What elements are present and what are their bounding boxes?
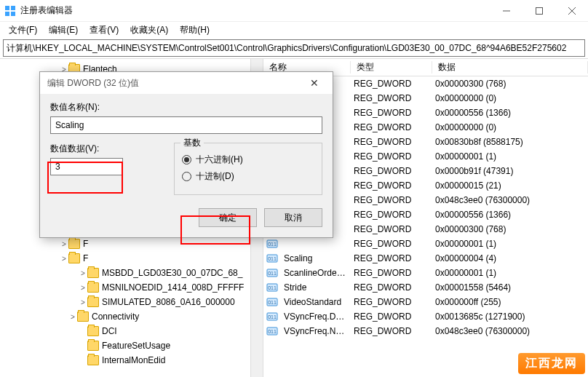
folder-icon xyxy=(68,239,80,249)
list-row[interactable]: 011StrideREG_DWORD0x00001558 (5464) xyxy=(263,280,588,295)
tree-twisty-icon[interactable]: > xyxy=(79,284,87,292)
menu-file[interactable]: 文件(F) xyxy=(3,23,43,38)
cell-type: REG_DWORD xyxy=(351,239,432,249)
cell-data: 0x00000300 (768) xyxy=(432,79,588,89)
cell-data: 0x0000b91f (47391) xyxy=(432,166,588,176)
list-row[interactable]: 011VSyncFreq.Nu...REG_DWORD0x048c3ee0 (7… xyxy=(263,324,588,338)
edit-dword-dialog: 编辑 DWORD (32 位)值 ✕ 数值名称(N): 数值数据(V): 基数 … xyxy=(39,71,333,238)
cell-data: 0x048c3ee0 (76300000) xyxy=(432,195,588,205)
maximize-button[interactable] xyxy=(523,0,555,22)
tree-item[interactable]: DCI xyxy=(0,324,263,338)
cell-type: REG_DWORD xyxy=(351,282,432,293)
cell-type: REG_DWORD xyxy=(351,180,432,191)
list-row[interactable]: 011VideoStandardREG_DWORD0x000000ff (255… xyxy=(263,295,588,309)
cell-data: 0x00000004 (4) xyxy=(432,253,588,263)
svg-rect-3 xyxy=(11,12,15,16)
cell-name: ScanlineOrderi... xyxy=(281,268,351,278)
folder-icon xyxy=(87,268,99,278)
tree-item[interactable]: FeatureSetUsage xyxy=(0,338,263,353)
tree-label: FeatureSetUsage xyxy=(102,341,170,351)
folder-icon xyxy=(87,355,99,365)
cell-type: REG_DWORD xyxy=(351,224,432,234)
menu-help[interactable]: 帮助(H) xyxy=(174,23,215,38)
cell-type: REG_DWORD xyxy=(351,122,432,132)
list-row[interactable]: 011ScalingREG_DWORD0x00000004 (4) xyxy=(263,251,588,266)
cell-name: Scaling xyxy=(281,253,351,263)
tree-label: MSNILNOEDID_1414_008D_FFFFF xyxy=(102,282,244,293)
tree-item[interactable]: >SIMULATED_8086_0A16_000000 xyxy=(0,295,263,309)
tree-item[interactable]: InternalMonEdid xyxy=(0,353,263,368)
address-bar[interactable]: 计算机\HKEY_LOCAL_MACHINE\SYSTEM\ControlSet… xyxy=(3,39,585,57)
cell-data: 0x00000556 (1366) xyxy=(432,108,588,118)
base-group-title: 基数 xyxy=(180,137,204,149)
column-type[interactable]: 类型 xyxy=(351,61,432,74)
window-controls xyxy=(490,0,588,22)
folder-icon xyxy=(68,253,80,263)
cell-type: REG_DWORD xyxy=(351,297,432,307)
cell-name: VideoStandard xyxy=(281,297,351,307)
tree-item[interactable]: >MSBDD_LGD03E30_00_07DC_68_ xyxy=(0,266,263,280)
window-title: 注册表编辑器 xyxy=(20,4,490,17)
dword-value-icon: 011 xyxy=(266,296,278,308)
folder-icon xyxy=(87,326,99,336)
list-row[interactable]: 011VSyncFreq.Den...REG_DWORD0x0013685c (… xyxy=(263,309,588,324)
folder-icon xyxy=(77,311,89,322)
tree-twisty-icon[interactable]: > xyxy=(79,269,87,277)
radio-dec[interactable]: 十进制(D) xyxy=(182,170,314,183)
dword-value-icon: 011 xyxy=(266,282,278,293)
tree-item[interactable]: >F xyxy=(0,237,263,251)
tree-label: MSBDD_LGD03E30_00_07DC_68_ xyxy=(102,268,242,278)
list-row[interactable]: 011REG_DWORD0x00000001 (1) xyxy=(263,237,588,251)
tree-label: SIMULATED_8086_0A16_000000 xyxy=(102,297,235,307)
watermark: 江西龙网 xyxy=(518,353,585,374)
tree-label: F xyxy=(83,253,88,263)
menubar: 文件(F) 编辑(E) 查看(V) 收藏夹(A) 帮助(H) xyxy=(0,22,588,38)
svg-rect-1 xyxy=(11,6,15,10)
cell-data: 0x00000000 (0) xyxy=(432,93,588,103)
tree-twisty-icon[interactable]: > xyxy=(60,240,68,248)
cell-type: REG_DWORD xyxy=(351,253,432,263)
cell-type: REG_DWORD xyxy=(351,93,432,103)
radio-hex-icon xyxy=(182,155,191,164)
cell-type: REG_DWORD xyxy=(351,137,432,147)
cell-data: 0x00000001 (1) xyxy=(432,239,588,249)
menu-view[interactable]: 查看(V) xyxy=(84,23,124,38)
radio-dec-icon xyxy=(182,172,191,181)
svg-text:011: 011 xyxy=(268,285,277,290)
minimize-button[interactable] xyxy=(490,0,523,22)
cancel-button[interactable]: 取消 xyxy=(264,208,322,227)
cell-data: 0x00000015 (21) xyxy=(432,180,588,191)
cell-type: REG_DWORD xyxy=(351,79,432,89)
menu-edit[interactable]: 编辑(E) xyxy=(43,23,84,38)
list-row[interactable]: 011ScanlineOrderi...REG_DWORD0x00000001 … xyxy=(263,266,588,280)
tree-twisty-icon[interactable]: > xyxy=(60,255,68,263)
folder-icon xyxy=(87,282,99,293)
tree-twisty-icon[interactable]: > xyxy=(79,298,87,306)
svg-text:011: 011 xyxy=(268,256,277,261)
cell-type: REG_DWORD xyxy=(351,195,432,205)
folder-icon xyxy=(87,297,99,307)
value-name-input[interactable] xyxy=(50,116,322,134)
svg-text:011: 011 xyxy=(268,271,277,276)
value-data-input[interactable] xyxy=(50,158,123,175)
menu-favorites[interactable]: 收藏夹(A) xyxy=(124,23,174,38)
cell-name: VSyncFreq.Nu... xyxy=(281,326,351,336)
svg-text:011: 011 xyxy=(268,242,277,247)
dialog-close-button[interactable]: ✕ xyxy=(303,77,325,89)
tree-item[interactable]: >MSNILNOEDID_1414_008D_FFFFF xyxy=(0,280,263,295)
tree-item[interactable]: >F xyxy=(0,251,263,266)
dialog-titlebar[interactable]: 编辑 DWORD (32 位)值 ✕ xyxy=(40,72,333,94)
radio-hex[interactable]: 十六进制(H) xyxy=(182,154,314,166)
cell-data: 0x00001558 (5464) xyxy=(432,282,588,293)
tree-item[interactable]: >Connectivity xyxy=(0,309,263,324)
dword-value-icon: 011 xyxy=(266,311,278,322)
cell-data: 0x0013685c (1271900) xyxy=(432,311,588,322)
tree-label: InternalMonEdid xyxy=(102,355,165,365)
close-button[interactable] xyxy=(555,0,588,22)
cell-name: VSyncFreq.Den... xyxy=(281,311,351,322)
tree-twisty-icon[interactable]: > xyxy=(68,313,77,321)
ok-button[interactable]: 确定 xyxy=(199,208,257,227)
column-data[interactable]: 数据 xyxy=(432,61,588,74)
tree-label: DCI xyxy=(102,326,117,336)
radio-dec-label: 十进制(D) xyxy=(196,170,234,183)
